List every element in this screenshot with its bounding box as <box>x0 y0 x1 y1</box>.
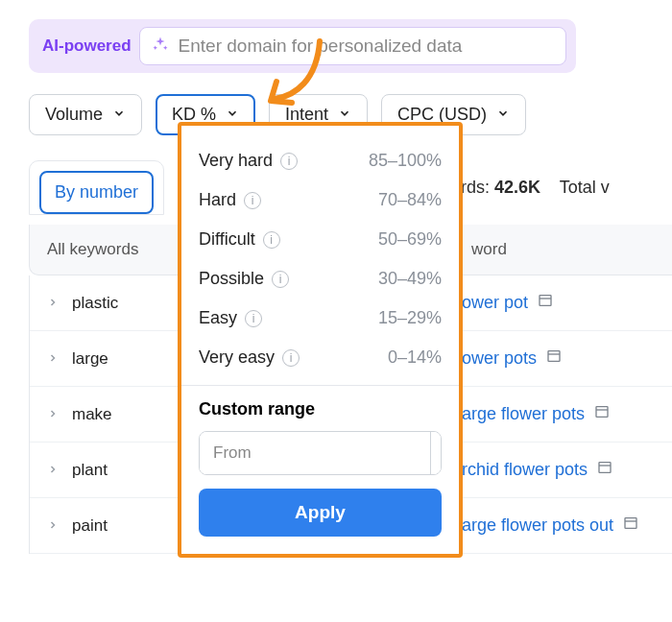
info-icon[interactable]: i <box>280 153 298 170</box>
svg-rect-6 <box>599 463 611 473</box>
filter-volume[interactable]: Volume <box>29 94 142 135</box>
group-label: paint <box>72 516 108 536</box>
svg-rect-2 <box>548 351 560 362</box>
group-label: make <box>72 405 112 424</box>
svg-rect-0 <box>540 296 551 306</box>
kd-option-label: Very easy <box>199 347 275 368</box>
keyword-link[interactable]: ower pots <box>462 348 537 369</box>
serp-icon[interactable] <box>623 515 638 536</box>
kd-option[interactable]: Easy i15–29% <box>199 299 442 338</box>
serp-icon[interactable] <box>546 348 562 369</box>
divider <box>181 385 459 386</box>
kd-option[interactable]: Very hard i85–100% <box>199 141 442 180</box>
svg-rect-4 <box>596 407 608 418</box>
sparkle-icon <box>152 36 169 57</box>
serp-icon[interactable] <box>538 293 553 313</box>
by-number-tab[interactable]: By number <box>39 171 154 214</box>
th-all-keywords[interactable]: All keywords <box>30 225 203 275</box>
group-label: plant <box>72 461 108 480</box>
total-volume-label: Total v <box>560 178 610 197</box>
keyword-link[interactable]: rchid flower pots <box>462 460 588 480</box>
keywords-count: rds: 42.6K Total v <box>461 178 610 198</box>
keywords-value: 42.6K <box>494 178 540 197</box>
kd-option-range: 0–14% <box>388 347 442 368</box>
kd-option-range: 30–49% <box>378 269 442 289</box>
info-icon[interactable]: i <box>282 349 300 367</box>
kd-option-range: 50–69% <box>378 229 442 250</box>
svg-rect-8 <box>625 518 636 529</box>
annotation-arrow-icon <box>257 34 334 124</box>
kd-option-range: 85–100% <box>369 151 442 171</box>
ai-domain-input-wrap[interactable] <box>139 27 566 65</box>
chevron-right-icon <box>47 405 59 424</box>
group-label: plastic <box>72 294 118 313</box>
keywords-prefix: rds: <box>461 178 494 197</box>
serp-icon[interactable] <box>594 404 610 424</box>
kd-option[interactable]: Hard i70–84% <box>199 180 442 220</box>
chevron-right-icon <box>47 461 59 480</box>
group-cell[interactable]: plastic <box>30 276 203 330</box>
kd-option-label: Easy <box>199 308 237 328</box>
apply-button[interactable]: Apply <box>199 489 442 537</box>
kd-option-label: Hard <box>199 190 236 210</box>
kd-option-label: Difficult <box>199 229 255 250</box>
group-cell[interactable]: plant <box>30 443 203 497</box>
group-cell[interactable]: large <box>30 332 203 386</box>
group-label: large <box>72 349 108 369</box>
keyword-link[interactable]: arge flower pots <box>462 404 585 424</box>
kd-option[interactable]: Difficult i50–69% <box>199 220 442 259</box>
kd-option-label: Possible <box>199 269 264 289</box>
custom-to-input[interactable] <box>431 432 442 474</box>
chevron-right-icon <box>47 516 59 536</box>
keyword-link[interactable]: arge flower pots out <box>462 515 613 536</box>
filter-volume-label: Volume <box>45 105 103 125</box>
info-icon[interactable]: i <box>263 231 280 249</box>
kd-option-label: Very hard <box>199 151 273 171</box>
keyword-link[interactable]: ower pot <box>462 293 528 313</box>
ai-powered-badge: AI-powered <box>42 36 132 56</box>
info-icon[interactable]: i <box>272 271 289 288</box>
info-icon[interactable]: i <box>245 310 262 327</box>
chevron-right-icon <box>47 294 59 313</box>
chevron-down-icon <box>496 105 510 125</box>
info-icon[interactable]: i <box>244 192 261 209</box>
kd-option[interactable]: Very easy i0–14% <box>199 338 442 377</box>
chevron-down-icon <box>112 105 126 125</box>
group-cell[interactable]: make <box>30 388 203 442</box>
chevron-right-icon <box>47 349 59 369</box>
custom-from-input[interactable] <box>200 432 431 474</box>
kd-option-range: 70–84% <box>378 190 442 210</box>
kd-dropdown-panel: Very hard i85–100%Hard i70–84%Difficult … <box>178 122 463 558</box>
group-cell[interactable]: paint <box>30 499 203 553</box>
kd-option[interactable]: Possible i30–49% <box>199 259 442 299</box>
domain-input[interactable] <box>179 36 554 57</box>
kd-option-range: 15–29% <box>378 308 442 328</box>
custom-range-label: Custom range <box>199 399 442 419</box>
view-switcher: By number <box>29 160 164 215</box>
serp-icon[interactable] <box>597 460 612 480</box>
custom-range-inputs <box>199 431 442 475</box>
